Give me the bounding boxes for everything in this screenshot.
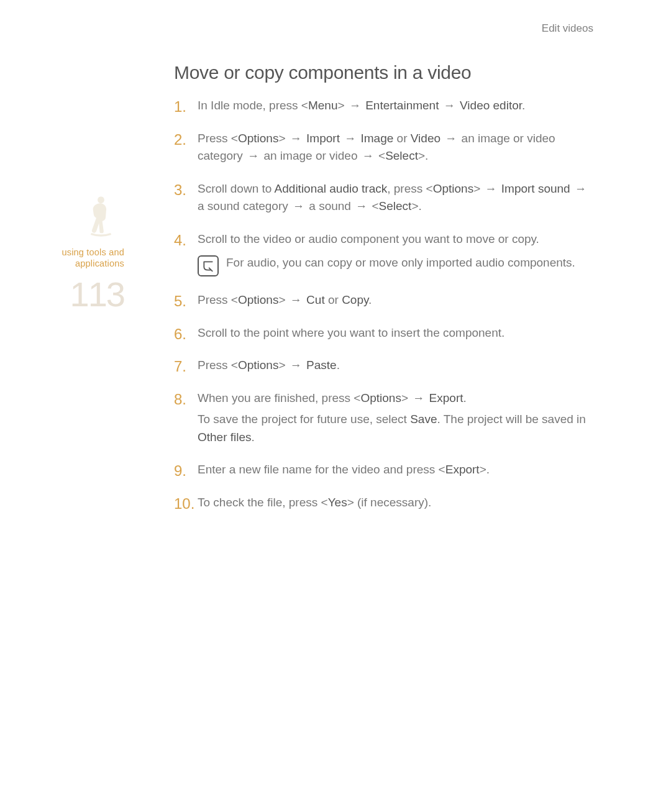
sidebar: using tools and applications 113 xyxy=(50,193,124,314)
note-callout: For audio, you can copy or move only imp… xyxy=(198,254,596,276)
select-key: Select xyxy=(379,199,412,212)
step-2: Press <Options> → Import → Image or Vide… xyxy=(174,130,596,165)
arrow-icon: → xyxy=(348,99,362,112)
video-editor-key: Video editor xyxy=(460,99,522,112)
arrow-icon: → xyxy=(246,149,260,162)
arrow-icon: → xyxy=(289,293,303,306)
sidebar-caption-line1: using tools and xyxy=(62,247,124,257)
sidebar-caption-line2: applications xyxy=(75,258,124,268)
note-text: For audio, you can copy or move only imp… xyxy=(226,254,575,272)
step-8: When you are finished, press <Options> →… xyxy=(174,390,596,447)
page-title: Move or copy components in a video xyxy=(174,62,596,83)
sidebar-caption: using tools and applications xyxy=(50,247,124,269)
save-key: Save xyxy=(410,413,437,426)
import-sound-key: Import sound xyxy=(501,182,570,195)
copy-key: Copy xyxy=(342,293,368,306)
step-6: Scroll to the point where you want to in… xyxy=(174,324,596,342)
options-key: Options xyxy=(238,132,278,145)
import-key: Import xyxy=(306,132,340,145)
header-section-label: Edit videos xyxy=(542,22,593,35)
options-key: Options xyxy=(238,358,278,372)
step-9: Enter a new file name for the video and … xyxy=(174,461,596,479)
paste-key: Paste xyxy=(306,358,337,372)
step-4: Scroll to the video or audio component y… xyxy=(174,230,596,277)
other-files-key: Other files xyxy=(198,431,252,444)
arrow-icon: → xyxy=(291,199,306,212)
yes-key: Yes xyxy=(328,496,347,509)
page-number: 113 xyxy=(50,274,124,314)
arrow-icon: → xyxy=(354,199,368,212)
step-10: To check the file, press <Yes> (if neces… xyxy=(174,494,596,512)
main-content: Move or copy components in a video In Id… xyxy=(174,62,596,526)
entertainment-key: Entertainment xyxy=(365,99,439,112)
steps-list: In Idle mode, press <Menu> → Entertainme… xyxy=(174,97,596,511)
cut-key: Cut xyxy=(306,293,325,306)
select-key: Select xyxy=(385,149,418,162)
arrow-icon: → xyxy=(444,132,458,145)
step-1: In Idle mode, press <Menu> → Entertainme… xyxy=(174,97,596,115)
options-key: Options xyxy=(238,293,278,306)
step-3: Scroll down to Additional audio track, p… xyxy=(174,180,596,216)
menu-key: Menu xyxy=(308,99,338,112)
options-key: Options xyxy=(433,182,473,195)
video-key: Video xyxy=(411,132,440,145)
step-7: Press <Options> → Paste. xyxy=(174,357,596,375)
arrow-icon: → xyxy=(573,182,588,195)
export-key: Export xyxy=(445,463,480,476)
options-key: Options xyxy=(360,391,401,404)
image-key: Image xyxy=(361,132,394,145)
step-8-subtext: To save the project for future use, sele… xyxy=(198,411,596,446)
additional-audio-track-key: Additional audio track xyxy=(275,182,388,195)
thinker-figure-icon xyxy=(84,193,118,239)
arrow-icon: → xyxy=(361,149,375,162)
export-key: Export xyxy=(429,391,463,404)
arrow-icon: → xyxy=(484,182,498,195)
step-5: Press <Options> → Cut or Copy. xyxy=(174,291,596,309)
note-icon xyxy=(198,255,219,276)
arrow-icon: → xyxy=(289,358,303,372)
arrow-icon: → xyxy=(442,99,457,112)
arrow-icon: → xyxy=(411,391,426,404)
arrow-icon: → xyxy=(343,132,357,145)
arrow-icon: → xyxy=(289,132,303,145)
